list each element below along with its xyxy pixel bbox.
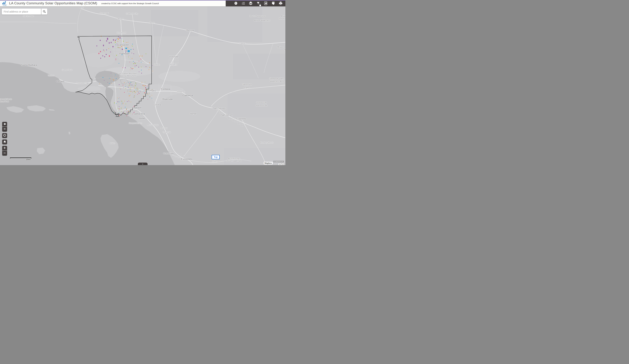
solar-parcel — [110, 78, 111, 79]
solar-parcel — [134, 112, 135, 112]
solar-parcel — [131, 82, 131, 83]
solar-parcel — [135, 92, 135, 93]
solar-parcel — [153, 71, 153, 71]
solar-parcel — [109, 55, 110, 57]
solar-parcel — [122, 104, 122, 104]
solar-parcel — [103, 45, 104, 46]
solar-parcel — [116, 39, 117, 40]
solar-parcel — [146, 90, 146, 90]
solar-parcel — [148, 88, 148, 88]
back-button[interactable] — [2, 122, 7, 127]
solar-parcel — [122, 102, 122, 103]
chart-button[interactable] — [262, 0, 269, 6]
zoom-out-button[interactable] — [2, 151, 7, 156]
search-input[interactable] — [2, 8, 41, 14]
solar-parcel — [137, 89, 137, 90]
solar-parcel — [144, 93, 145, 93]
solar-parcel — [140, 92, 141, 92]
solar-parcel — [115, 40, 116, 41]
solar-parcel — [134, 63, 135, 63]
app-window: LancasterPalmdaleSanta BarbaraOxnardFont… — [0, 0, 285, 165]
page-subtitle: created by CCSC with support from the St… — [101, 2, 159, 4]
solar-parcel — [132, 68, 132, 69]
solar-parcel — [137, 91, 138, 91]
solar-parcel — [123, 111, 124, 112]
forward-button[interactable] — [2, 127, 7, 132]
solar-parcel — [137, 90, 137, 90]
solar-parcel — [152, 98, 152, 98]
solar-parcel — [133, 97, 134, 97]
legend-button[interactable] — [240, 0, 247, 6]
solar-parcel — [110, 52, 111, 52]
chart-icon — [264, 1, 268, 5]
layers-button[interactable] — [247, 0, 254, 6]
home-button[interactable] — [2, 139, 7, 144]
solar-parcel — [115, 45, 116, 45]
solar-parcel — [126, 109, 127, 109]
solar-parcel — [111, 73, 111, 73]
solar-parcel — [148, 95, 148, 96]
zoom-in-button[interactable] — [2, 146, 7, 151]
solar-parcel — [136, 88, 136, 89]
solar-parcel — [113, 39, 114, 41]
solar-parcel — [116, 55, 117, 56]
solar-parcel — [139, 72, 140, 72]
solar-parcel — [123, 45, 124, 46]
solar-parcel — [125, 67, 126, 68]
attribute-panel-tab[interactable]: ▲ — [138, 163, 148, 165]
solar-parcel — [118, 39, 119, 39]
solar-parcel — [121, 108, 121, 109]
solar-parcel — [130, 83, 130, 84]
solar-parcel — [135, 66, 135, 66]
map-toolbar — [226, 0, 285, 6]
chevron-up-icon: ▲ — [142, 163, 144, 165]
top-button[interactable]: Top — [212, 155, 220, 159]
solar-parcel — [141, 59, 141, 59]
solar-parcel — [111, 42, 112, 43]
solar-parcel — [126, 88, 126, 89]
solar-parcel — [144, 86, 145, 86]
solar-parcel — [128, 88, 129, 88]
filter-button[interactable] — [254, 0, 262, 6]
home-icon — [3, 140, 6, 144]
solar-parcel — [142, 56, 142, 56]
locate-button[interactable] — [2, 133, 7, 138]
search-widget — [2, 8, 47, 14]
solar-parcel — [151, 90, 152, 91]
bookmark-button[interactable] — [269, 0, 277, 6]
solar-parcel — [129, 95, 130, 96]
solar-parcel — [129, 82, 129, 83]
solar-parcel — [132, 69, 133, 69]
solar-parcel — [131, 85, 131, 85]
solar-parcel — [124, 101, 125, 101]
solar-parcel — [138, 93, 139, 93]
solar-parcel — [133, 114, 133, 114]
solar-parcel — [147, 86, 148, 86]
solar-parcel — [126, 104, 126, 104]
solar-parcel — [102, 77, 103, 78]
solar-parcel — [135, 89, 136, 89]
solar-parcel — [117, 38, 117, 39]
map-canvas[interactable] — [0, 0, 285, 165]
mapbox-attribution[interactable]: Mapbox — [264, 162, 273, 164]
info-button[interactable] — [232, 0, 240, 6]
solar-parcel — [131, 49, 131, 50]
solar-parcel — [150, 63, 150, 63]
search-button[interactable] — [41, 8, 47, 14]
solar-parcel — [127, 101, 128, 102]
print-button[interactable] — [277, 0, 284, 6]
solar-parcel — [141, 73, 142, 74]
solar-parcel — [135, 86, 136, 86]
solar-parcel — [115, 41, 116, 41]
solar-parcel — [123, 103, 123, 103]
solar-parcel — [135, 87, 135, 87]
solar-parcel — [135, 83, 136, 84]
minus-icon — [3, 151, 6, 155]
solar-parcel — [134, 97, 135, 98]
solar-parcel — [123, 68, 123, 68]
solar-parcel — [119, 102, 119, 102]
solar-parcel — [116, 78, 117, 79]
solar-parcel — [100, 58, 101, 59]
solar-parcel — [116, 59, 116, 59]
solar-parcel — [146, 91, 146, 91]
